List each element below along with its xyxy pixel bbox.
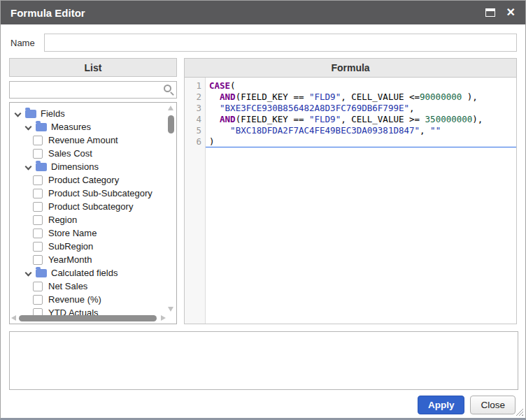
line-number: 2 [185, 92, 201, 103]
code-line-6: ) [206, 136, 516, 147]
tree-item-label: SubRegion [48, 241, 93, 252]
tree-folder-fields[interactable]: Fields [10, 107, 166, 120]
name-row: Name [1, 24, 525, 58]
tree-folder-dimensions[interactable]: Dimensions [10, 160, 166, 173]
tree-item-label: Region [48, 215, 77, 225]
tree-item-label: Store Name [48, 228, 97, 238]
tree-item-revenue-[interactable]: Revenue (%) [10, 293, 166, 306]
apply-button[interactable]: Apply [418, 396, 465, 414]
tree-item-subregion[interactable]: SubRegion [10, 240, 166, 253]
panels: List FieldsMeasuresRevenue AmountSales C… [1, 58, 525, 324]
line-number: 3 [185, 103, 201, 114]
line-number: 5 [185, 125, 201, 136]
code-line-3: "BXE3FCE930B856482A8D3FC769DB6F799E", [206, 103, 516, 114]
tree-item-label: Product Subcategory [48, 201, 133, 212]
tree-item-revenue-amount[interactable]: Revenue Amount [10, 133, 166, 147]
tree-folder-calculated-fields[interactable]: Calculated fields [10, 266, 166, 280]
footer: Apply Close [1, 390, 525, 414]
horizontal-scroll-thumb[interactable] [19, 315, 157, 321]
checkbox[interactable] [33, 229, 43, 238]
folder-icon [36, 269, 47, 277]
scroll-right-icon[interactable] [161, 315, 166, 321]
tree-item-product-subcategory[interactable]: Product Subcategory [10, 200, 166, 213]
list-panel: List FieldsMeasuresRevenue AmountSales C… [9, 58, 177, 324]
tree-item-product-sub-subcategory[interactable]: Product Sub-Subcategory [10, 187, 166, 200]
tree-item-label: Dimensions [51, 161, 99, 172]
chevron-down-icon[interactable] [26, 124, 31, 130]
checkbox[interactable] [33, 136, 43, 145]
titlebar[interactable]: Formula Editor ✕ [1, 1, 525, 24]
tree-item-store-name[interactable]: Store Name [10, 226, 166, 240]
message-box[interactable] [9, 331, 518, 390]
tree-item-label: Sales Cost [48, 148, 92, 159]
line-number: 1 [185, 80, 201, 92]
tree-item-label: Product Sub-Subcategory [48, 188, 152, 198]
chevron-down-icon[interactable] [26, 164, 31, 170]
checkbox[interactable] [33, 175, 43, 185]
tree-folder-measures[interactable]: Measures [10, 120, 166, 133]
list-panel-header: List [9, 58, 177, 77]
code-line-2: AND(FIELD_KEY == "FLD9", CELL_VALUE <=90… [206, 92, 516, 103]
checkbox[interactable] [33, 255, 43, 265]
close-button[interactable]: Close [470, 396, 516, 414]
formula-panel-header: Formula [185, 59, 516, 78]
checkbox[interactable] [33, 149, 43, 159]
close-icon[interactable]: ✕ [506, 7, 516, 18]
search-input[interactable] [10, 82, 176, 98]
tree-item-label: Revenue Amount [48, 135, 118, 145]
maximize-icon[interactable] [485, 8, 495, 17]
vertical-scrollbar[interactable] [167, 104, 175, 313]
code-area[interactable]: CASE( AND(FIELD_KEY == "FLD9", CELL_VALU… [206, 78, 516, 324]
code-line-5: "BXC18DFDA2F7AC4FE49BEC3DA09381D847", "" [206, 125, 516, 136]
tree-item-label: Calculated fields [51, 268, 118, 278]
formula-panel: Formula 123456 CASE( AND(FIELD_KEY == "F… [184, 58, 517, 324]
line-number: 4 [185, 114, 201, 125]
field-tree: FieldsMeasuresRevenue AmountSales CostDi… [9, 102, 177, 324]
name-label: Name [10, 38, 44, 48]
checkbox[interactable] [33, 215, 43, 225]
name-input[interactable] [44, 34, 517, 52]
line-number: 6 [185, 136, 201, 147]
folder-icon [36, 163, 47, 171]
tree-item-label: Net Sales [48, 281, 87, 291]
dialog-title: Formula Editor [10, 7, 485, 19]
horizontal-scrollbar[interactable] [11, 314, 166, 322]
tree-item-label: Revenue (%) [48, 294, 101, 305]
tree-item-label: Fields [41, 108, 65, 119]
formula-editor-dialog: Formula Editor ✕ Name List FieldsMeasure… [0, 0, 526, 420]
checkbox[interactable] [33, 295, 43, 305]
search-box [9, 81, 177, 99]
search-icon[interactable] [164, 85, 171, 92]
code-line-1: CASE( [206, 80, 516, 92]
code-line-4: AND(FIELD_KEY == "FLD9", CELL_VALUE >= 3… [206, 114, 516, 125]
formula-code-editor[interactable]: 123456 CASE( AND(FIELD_KEY == "FLD9", CE… [185, 78, 516, 324]
checkbox[interactable] [33, 242, 43, 252]
tree-item-product-category[interactable]: Product Category [10, 173, 166, 187]
tree-item-label: Measures [51, 122, 91, 132]
scroll-down-icon[interactable] [168, 307, 173, 312]
line-number-gutter: 123456 [185, 78, 206, 324]
chevron-down-icon[interactable] [15, 111, 21, 117]
folder-icon [25, 110, 36, 118]
checkbox[interactable] [33, 189, 43, 198]
tree-root: FieldsMeasuresRevenue AmountSales CostDi… [10, 107, 166, 319]
scroll-up-icon[interactable] [168, 106, 173, 110]
folder-icon [36, 123, 47, 131]
tree-item-region[interactable]: Region [10, 213, 166, 226]
checkbox[interactable] [33, 202, 43, 212]
tree-item-label: Product Category [48, 175, 119, 185]
chevron-down-icon[interactable] [26, 270, 31, 276]
vertical-scroll-thumb[interactable] [168, 115, 174, 133]
tree-item-net-sales[interactable]: Net Sales [10, 280, 166, 293]
checkbox[interactable] [33, 282, 43, 291]
tree-item-label: YearMonth [48, 254, 92, 265]
tree-item-sales-cost[interactable]: Sales Cost [10, 147, 166, 160]
scroll-left-icon[interactable] [11, 315, 16, 321]
tree-item-yearmonth[interactable]: YearMonth [10, 253, 166, 266]
